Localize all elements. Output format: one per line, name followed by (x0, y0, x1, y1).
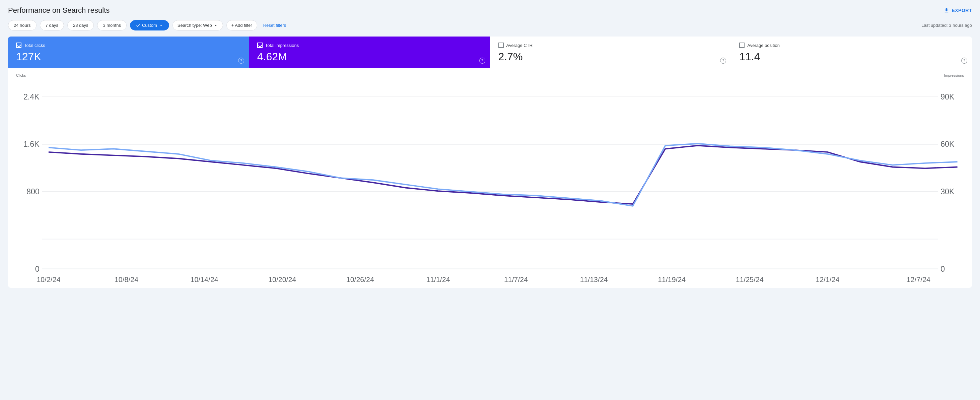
metric-value-impressions: 4.62M (257, 51, 482, 63)
metric-label-row-impressions: Total impressions (257, 43, 482, 48)
svg-text:10/26/24: 10/26/24 (346, 276, 374, 284)
svg-text:1.6K: 1.6K (24, 140, 40, 148)
svg-text:12/1/24: 12/1/24 (816, 276, 839, 284)
page-title: Performance on Search results (8, 6, 110, 15)
svg-text:11/1/24: 11/1/24 (426, 276, 450, 284)
svg-text:10/8/24: 10/8/24 (115, 276, 138, 284)
svg-text:2.4K: 2.4K (24, 92, 40, 101)
time-btn-28d[interactable]: 28 days (67, 20, 94, 30)
svg-text:0: 0 (35, 265, 40, 273)
metric-label-clicks: Total clicks (24, 43, 45, 48)
metric-card-impressions[interactable]: Total impressions 4.62M ? (249, 37, 490, 68)
svg-text:11/7/24: 11/7/24 (504, 276, 528, 284)
chart-svg: 2.4K 1.6K 800 0 90K 60K 30K 0 (16, 77, 964, 285)
search-type-button[interactable]: Search type: Web (172, 20, 223, 30)
y-axis-left-title: Clicks (16, 73, 26, 77)
time-btn-7d[interactable]: 7 days (40, 20, 64, 30)
metric-label-position: Average position (747, 43, 780, 48)
metric-value-clicks: 127K (16, 51, 241, 63)
svg-text:10/14/24: 10/14/24 (191, 276, 218, 284)
svg-text:60K: 60K (940, 140, 955, 148)
metric-value-position: 11.4 (739, 51, 964, 63)
export-button[interactable]: EXPORT (943, 7, 972, 13)
metrics-row: Total clicks 127K ? Total impressions 4.… (8, 37, 972, 68)
export-icon (943, 7, 950, 13)
svg-text:11/13/24: 11/13/24 (580, 276, 608, 284)
main-card: Total clicks 127K ? Total impressions 4.… (8, 37, 972, 288)
svg-text:10/20/24: 10/20/24 (268, 276, 296, 284)
reset-filters-button[interactable]: Reset filters (261, 21, 289, 30)
metric-help-position: ? (961, 57, 967, 64)
search-type-dropdown-icon (213, 23, 218, 28)
metric-card-ctr[interactable]: Average CTR 2.7% ? (490, 37, 732, 68)
metric-checkbox-position[interactable] (739, 43, 745, 48)
metric-card-position[interactable]: Average position 11.4 ? (731, 37, 972, 68)
filter-row: 24 hours 7 days 28 days 3 months Custom … (8, 20, 972, 30)
svg-text:11/19/24: 11/19/24 (658, 276, 686, 284)
metric-label-ctr: Average CTR (506, 43, 533, 48)
svg-text:12/7/24: 12/7/24 (907, 276, 931, 284)
metric-label-impressions: Total impressions (265, 43, 299, 48)
chart-wrap: 2.4K 1.6K 800 0 90K 60K 30K 0 (16, 77, 964, 285)
metric-label-row-ctr: Average CTR (498, 43, 723, 48)
y-axis-right-title: Impressions (944, 73, 964, 77)
svg-text:90K: 90K (940, 92, 955, 101)
metric-help-impressions: ? (479, 57, 485, 64)
time-btn-3m[interactable]: 3 months (97, 20, 126, 30)
svg-text:800: 800 (27, 187, 40, 196)
metric-value-ctr: 2.7% (498, 51, 723, 63)
chart-area: Clicks Impressions 2.4K 1.6K 800 0 (8, 68, 972, 288)
dropdown-arrow-icon (159, 23, 164, 28)
metric-checkbox-clicks[interactable] (16, 43, 21, 48)
svg-text:0: 0 (940, 265, 945, 273)
svg-text:11/25/24: 11/25/24 (736, 276, 764, 284)
metric-checkbox-impressions[interactable] (257, 43, 262, 48)
add-filter-button[interactable]: + Add filter (226, 20, 257, 30)
metric-label-row-position: Average position (739, 43, 964, 48)
metric-checkbox-ctr[interactable] (498, 43, 504, 48)
check-icon (136, 23, 140, 28)
last-updated-text: Last updated: 3 hours ago (921, 23, 972, 28)
metric-help-clicks: ? (238, 57, 244, 64)
time-btn-24h[interactable]: 24 hours (8, 20, 37, 30)
metric-card-clicks[interactable]: Total clicks 127K ? (8, 37, 249, 68)
header-row: Performance on Search results EXPORT (8, 6, 972, 15)
svg-text:10/2/24: 10/2/24 (37, 276, 60, 284)
metric-label-row-clicks: Total clicks (16, 43, 241, 48)
page-container: Performance on Search results EXPORT 24 … (0, 0, 980, 288)
svg-text:30K: 30K (940, 187, 955, 196)
time-btn-custom[interactable]: Custom (130, 20, 169, 30)
metric-help-ctr: ? (720, 57, 726, 64)
